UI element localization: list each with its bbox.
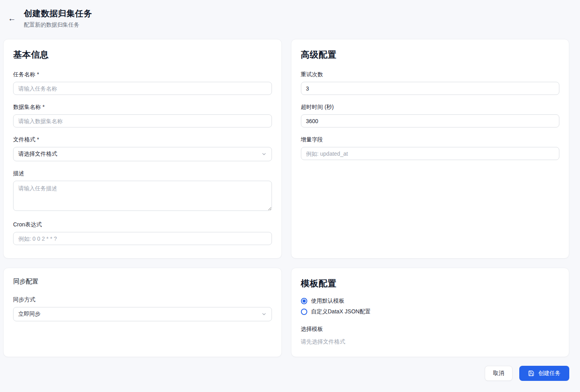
file-format-field-group: 文件格式 * 请选择文件格式 (13, 136, 272, 161)
file-format-selected-value: 请选择文件格式 (18, 151, 57, 158)
radio-option-default-template[interactable]: 使用默认模板 (301, 297, 560, 305)
cancel-button[interactable]: 取消 (485, 366, 513, 381)
save-icon (528, 370, 534, 377)
description-textarea[interactable] (13, 181, 272, 211)
retry-count-input[interactable] (301, 82, 560, 95)
chevron-down-icon (261, 151, 267, 157)
template-radio-group: 使用默认模板 自定义DataX JSON配置 (301, 297, 560, 315)
description-label: 描述 (13, 170, 272, 177)
create-task-button-label: 创建任务 (538, 370, 561, 377)
timeout-input[interactable] (301, 114, 560, 127)
sync-config-title: 同步配置 (13, 278, 272, 286)
back-button[interactable]: ← (5, 11, 19, 25)
template-config-card: 模板配置 使用默认模板 自定义DataX JSON配置 选择模板 请先选择文件格… (291, 268, 570, 357)
page-header: ← 创建数据归集任务 配置新的数据归集任务 (3, 8, 569, 29)
file-format-label: 文件格式 * (13, 136, 272, 143)
cron-field-group: Cron表达式 (13, 221, 272, 245)
radio-icon[interactable] (301, 298, 307, 304)
create-task-page: ← 创建数据归集任务 配置新的数据归集任务 基本信息 任务名称 * 数据集名称 … (0, 0, 580, 392)
basic-info-card: 基本信息 任务名称 * 数据集名称 * 文件格式 * 请选择文件格式 (3, 39, 282, 259)
radio-icon[interactable] (301, 309, 307, 315)
radio-option-label: 自定义DataX JSON配置 (311, 308, 371, 315)
cron-label: Cron表达式 (13, 221, 272, 228)
description-field-group: 描述 (13, 170, 272, 212)
form-grid: 基本信息 任务名称 * 数据集名称 * 文件格式 * 请选择文件格式 (3, 39, 569, 357)
task-name-field-group: 任务名称 * (13, 71, 272, 95)
create-task-button[interactable]: 创建任务 (519, 366, 569, 381)
timeout-field-group: 超时时间 (秒) (301, 104, 560, 127)
incremental-field-label: 增量字段 (301, 136, 560, 143)
select-template-label: 选择模板 (301, 326, 560, 333)
back-arrow-icon: ← (8, 14, 16, 23)
timeout-label: 超时时间 (秒) (301, 104, 560, 111)
sync-mode-field-group: 同步方式 立即同步 (13, 296, 272, 321)
sync-mode-select[interactable]: 立即同步 (13, 307, 272, 321)
footer-actions: 取消 创建任务 (3, 366, 569, 381)
dataset-name-field-group: 数据集名称 * (13, 104, 272, 127)
task-name-input[interactable] (13, 82, 272, 95)
page-subtitle: 配置新的数据归集任务 (24, 21, 92, 29)
file-format-select[interactable]: 请选择文件格式 (13, 147, 272, 161)
advanced-config-card: 高级配置 重试次数 超时时间 (秒) 增量字段 (291, 39, 570, 259)
retry-count-field-group: 重试次数 (301, 71, 560, 95)
cron-input[interactable] (13, 232, 272, 245)
sync-mode-selected-value: 立即同步 (18, 311, 40, 318)
retry-count-label: 重试次数 (301, 71, 560, 78)
dataset-name-label: 数据集名称 * (13, 104, 272, 111)
page-title: 创建数据归集任务 (24, 8, 92, 19)
incremental-field-group: 增量字段 (301, 136, 560, 160)
template-config-title: 模板配置 (301, 278, 560, 290)
sync-config-card: 同步配置 同步方式 立即同步 (3, 268, 282, 357)
sync-mode-label: 同步方式 (13, 296, 272, 303)
header-text: 创建数据归集任务 配置新的数据归集任务 (24, 8, 92, 29)
dataset-name-input[interactable] (13, 114, 272, 127)
template-hint-text: 请先选择文件格式 (301, 338, 560, 346)
task-name-label: 任务名称 * (13, 71, 272, 78)
radio-option-label: 使用默认模板 (311, 297, 345, 305)
incremental-field-input[interactable] (301, 147, 560, 160)
chevron-down-icon (261, 311, 267, 317)
basic-info-title: 基本信息 (13, 49, 272, 61)
advanced-config-title: 高级配置 (301, 49, 560, 61)
radio-option-custom-datax-json[interactable]: 自定义DataX JSON配置 (301, 308, 560, 315)
